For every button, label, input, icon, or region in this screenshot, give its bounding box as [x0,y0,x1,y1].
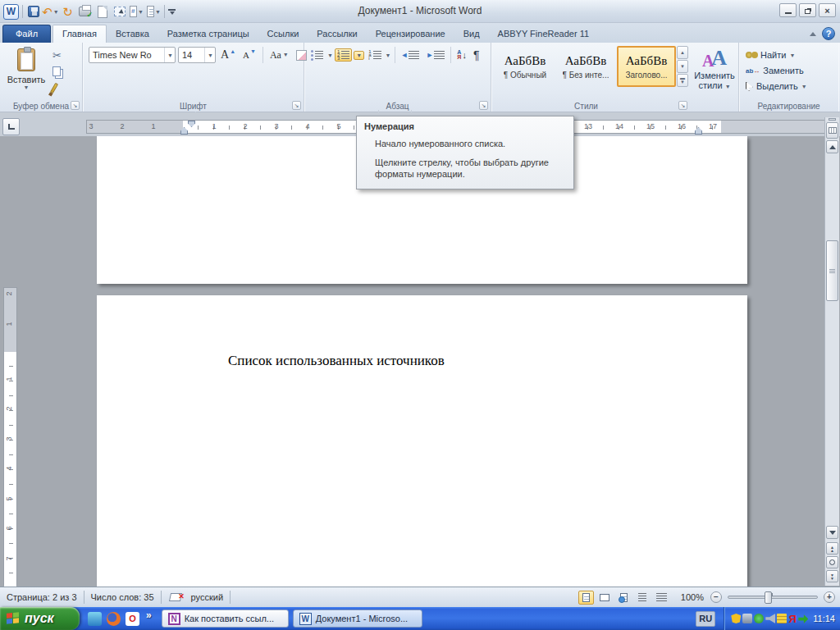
spellcheck-icon[interactable] [168,593,181,601]
zoom-out-button[interactable]: − [710,591,722,603]
tab-mailings[interactable]: Рассылки [308,25,366,43]
next-page-button[interactable]: ▼▼ [826,570,838,582]
display-tray-icon[interactable] [742,614,752,623]
taskbar-item-onenote[interactable]: N Как поставить ссыл... [162,609,289,628]
copy-button[interactable] [52,64,77,79]
paste-button[interactable]: Вставить ▼ [6,46,47,100]
replace-button[interactable]: ab↔ Заменить [746,63,804,78]
tab-page-layout[interactable]: Разметка страницы [158,25,258,43]
tab-abbyy[interactable]: ABBYY FineReader 11 [489,25,599,43]
tab-home[interactable]: Главная [52,25,107,43]
tab-insert[interactable]: Вставка [107,25,158,43]
style-normal[interactable]: АаБбВв ¶ Обычный [495,46,555,87]
minimize-ribbon-icon[interactable] [810,32,816,36]
clipboard-group-label: Буфер обмена [0,102,82,111]
v-ruler[interactable]: 211234567 [3,287,17,586]
clock[interactable]: 11:14 [813,614,835,623]
updater-tray-icon[interactable] [798,614,808,623]
multilevel-dropdown-icon[interactable]: ▼ [386,52,391,58]
ruler-number: 3 [87,122,95,130]
help-icon[interactable]: ? [822,27,835,40]
antivirus-icon[interactable] [754,614,764,623]
vertical-scrollbar[interactable]: ▲▲ ▼▼ [824,117,839,586]
tab-view[interactable]: Вид [454,25,489,43]
select-browse-object-button[interactable] [826,556,838,568]
volume-icon[interactable] [765,614,775,623]
scrollbar-thumb[interactable] [826,240,838,301]
styles-gallery-more-button[interactable]: ▬▼ [677,74,688,87]
opera-icon[interactable]: O [126,612,139,626]
status-language[interactable]: русский [185,592,230,602]
status-word-count[interactable]: Число слов: 35 [84,592,161,602]
ribbon-tab-row: Файл Главная Вставка Разметка страницы С… [0,23,840,43]
yandex-icon[interactable]: Я [788,614,797,623]
tab-references[interactable]: Ссылки [258,25,308,43]
find-button[interactable]: Найти▼ [746,48,795,62]
zoom-in-button[interactable]: + [824,591,835,603]
quick-launch-overflow-icon[interactable]: » [146,609,152,621]
paste-dropdown-icon[interactable]: ▼ [24,84,30,90]
firefox-icon[interactable] [107,612,121,626]
show-marks-button[interactable]: ¶ [471,47,482,63]
layers-tray-icon[interactable] [777,614,787,623]
view-fullscreen-reading-button[interactable] [597,591,613,605]
font-group-label: Шрифт [83,102,304,111]
previous-page-button[interactable]: ▲▲ [826,542,838,555]
language-indicator[interactable]: RU [696,611,715,627]
security-shield-icon[interactable] [731,614,741,623]
tab-review[interactable]: Рецензирование [367,25,454,43]
bullets-dropdown-icon[interactable]: ▼ [327,52,333,58]
select-button[interactable]: Выделить▼ [746,79,807,94]
font-name-select[interactable]: Times New Ro ▼ [89,47,176,63]
decrease-indent-button[interactable]: ◄ [399,49,422,62]
document-page-2[interactable]: Список использованных источников [97,295,747,587]
start-button[interactable]: пуск [0,607,80,630]
onenote-icon: N [168,613,180,625]
document-heading[interactable]: Список использованных источников [228,353,445,369]
view-print-layout-button[interactable] [578,591,594,605]
multilevel-list-button[interactable]: 1ai [366,48,383,62]
paragraph-dialog-launcher[interactable]: ↘ [479,101,488,110]
font-size-select[interactable]: 14 ▼ [178,47,216,63]
shrink-font-button[interactable]: А▼ [240,48,258,62]
style-no-spacing[interactable]: АаБбВв ¶ Без инте... [556,46,615,87]
numbering-button[interactable]: 123 [335,48,352,62]
format-painter-icon [50,82,58,93]
view-draft-button[interactable] [654,591,669,605]
styles-scroll-up-button[interactable]: ▲ [677,46,688,59]
split-handle[interactable] [829,118,836,121]
styles-scroll-down-button[interactable]: ▼ [677,60,688,73]
zoom-level[interactable]: 100% [673,592,707,602]
bullets-button[interactable] [308,48,326,62]
view-web-layout-button[interactable] [616,591,632,605]
styles-dialog-launcher[interactable]: ↘ [678,101,687,110]
grow-font-button[interactable]: А▲ [218,47,238,63]
restore-button[interactable] [799,3,816,17]
sort-button[interactable]: АЯ↓ [454,48,469,62]
zoom-slider-handle[interactable] [765,591,772,604]
font-size-value: 14 [182,50,192,60]
clipboard-dialog-launcher[interactable]: ↘ [71,101,80,110]
font-dialog-launcher[interactable]: ↘ [292,101,301,110]
scroll-up-button[interactable] [826,140,838,153]
status-page-indicator[interactable]: Страница: 2 из 3 [0,592,84,602]
style-heading1[interactable]: АаБбВв Заголово... [617,46,676,87]
close-button[interactable]: × [819,3,836,17]
tab-file[interactable]: Файл [2,25,51,43]
paste-icon [17,48,35,71]
windows-logo-icon [7,612,20,625]
increase-indent-button[interactable]: ► [423,49,447,62]
numbering-dropdown-icon[interactable]: ▼ [354,51,364,60]
tab-stop-selector[interactable] [2,118,20,135]
change-styles-button[interactable]: АА Изменить стили ▼ [693,46,736,100]
quick-launch-app-icon[interactable] [88,612,102,626]
view-outline-button[interactable] [635,591,651,605]
format-painter-button[interactable] [52,80,77,95]
change-case-button[interactable]: Аа▼ [267,48,291,63]
minimize-button[interactable] [779,3,797,17]
taskbar-item-word[interactable]: W Документ1 - Microso... [293,609,422,628]
scroll-down-button[interactable] [826,526,838,539]
cut-button[interactable]: ✂ [52,48,77,62]
zoom-slider[interactable] [728,596,818,599]
ruler-toggle-button[interactable] [826,122,838,139]
